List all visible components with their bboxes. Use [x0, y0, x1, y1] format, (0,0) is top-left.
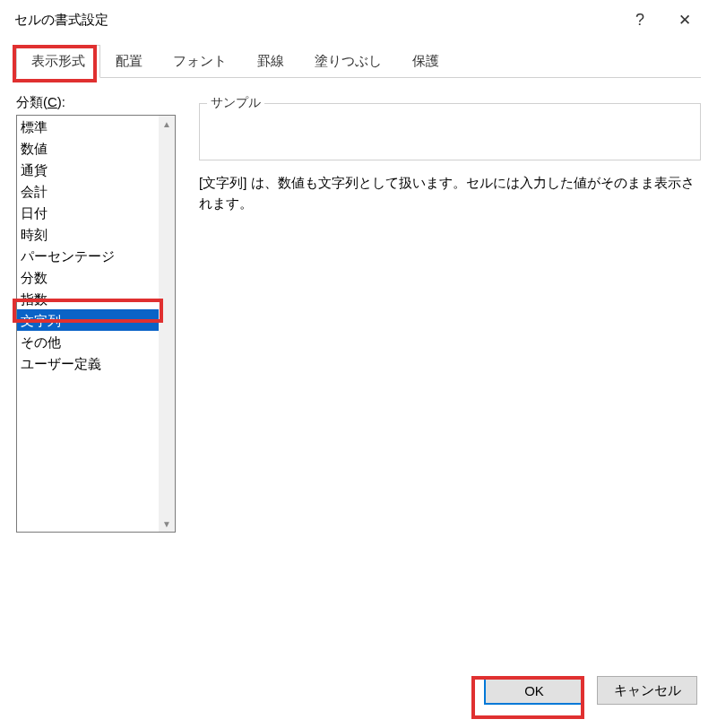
- list-item-general[interactable]: 標準: [17, 116, 159, 137]
- tabs: 表示形式 配置 フォント 罫線 塗りつぶし 保護: [16, 45, 701, 78]
- tab-number-format[interactable]: 表示形式: [16, 45, 100, 78]
- format-description: [文字列] は、数値も文字列として扱います。セルには入力した値がそのまま表示され…: [199, 173, 701, 213]
- listbox-scrollbar[interactable]: ▲ ▼: [159, 116, 175, 532]
- list-item-accounting[interactable]: 会計: [17, 180, 159, 202]
- tab-border[interactable]: 罫線: [242, 45, 299, 77]
- dialog-title: セルの書式設定: [14, 12, 631, 29]
- list-item-text[interactable]: 文字列: [17, 309, 159, 331]
- titlebar-buttons: ? ✕: [631, 11, 710, 29]
- list-item-currency[interactable]: 通貨: [17, 159, 159, 180]
- format-cells-dialog: セルの書式設定 ? ✕ 表示形式 配置 フォント 罫線 塗りつぶし 保護 分類(…: [0, 0, 717, 728]
- titlebar: セルの書式設定 ? ✕: [0, 0, 717, 39]
- category-listbox[interactable]: 標準 数値 通貨 会計 日付 時刻 パーセンテージ 分数 指数 文字列 その他 …: [16, 115, 176, 533]
- list-item-date[interactable]: 日付: [17, 202, 159, 223]
- scroll-up-icon[interactable]: ▲: [159, 116, 175, 132]
- list-item-fraction[interactable]: 分数: [17, 266, 159, 288]
- tab-font[interactable]: フォント: [158, 45, 242, 77]
- list-item-number[interactable]: 数値: [17, 137, 159, 159]
- content-area: 表示形式 配置 フォント 罫線 塗りつぶし 保護 分類(C): 標準 数値 通貨…: [0, 39, 717, 665]
- category-label-suffix: ):: [57, 94, 65, 109]
- sample-group: サンプル: [199, 103, 701, 160]
- list-item-scientific[interactable]: 指数: [17, 288, 159, 309]
- category-label-accelerator: C: [48, 94, 57, 109]
- list-item-custom[interactable]: ユーザー定義: [17, 352, 159, 374]
- button-row: OK キャンセル: [0, 665, 717, 728]
- main-panel: 分類(C): 標準 数値 通貨 会計 日付 時刻 パーセンテージ 分数 指数 文…: [16, 78, 701, 665]
- ok-button[interactable]: OK: [484, 676, 584, 705]
- list-item-percentage[interactable]: パーセンテージ: [17, 245, 159, 266]
- sample-legend: サンプル: [207, 95, 264, 111]
- tab-protection[interactable]: 保護: [397, 45, 454, 77]
- category-label: 分類(C):: [16, 94, 176, 111]
- close-button[interactable]: ✕: [676, 11, 694, 29]
- category-list-scroll: 標準 数値 通貨 会計 日付 時刻 パーセンテージ 分数 指数 文字列 その他 …: [17, 116, 159, 532]
- detail-column: サンプル [文字列] は、数値も文字列として扱います。セルには入力した値がそのま…: [199, 94, 701, 665]
- tab-fill[interactable]: 塗りつぶし: [299, 45, 397, 77]
- list-item-special[interactable]: その他: [17, 331, 159, 352]
- cancel-button[interactable]: キャンセル: [597, 676, 697, 705]
- category-label-prefix: 分類(: [16, 94, 48, 109]
- category-column: 分類(C): 標準 数値 通貨 会計 日付 時刻 パーセンテージ 分数 指数 文…: [16, 94, 176, 665]
- help-button[interactable]: ?: [631, 11, 649, 29]
- tab-alignment[interactable]: 配置: [100, 45, 158, 77]
- scroll-down-icon[interactable]: ▼: [159, 516, 175, 532]
- list-item-time[interactable]: 時刻: [17, 223, 159, 245]
